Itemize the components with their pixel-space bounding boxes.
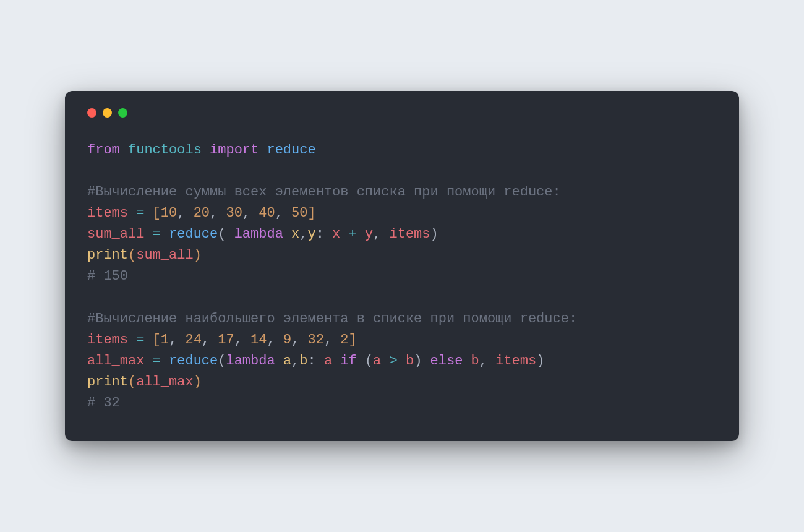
comma: , [202, 332, 210, 348]
comment-line: #Вычисление суммы всех элементов списка … [87, 184, 561, 200]
operator-eq: = [153, 226, 161, 242]
keyword-lambda: lambda [226, 353, 275, 369]
keyword-lambda: lambda [234, 226, 283, 242]
paren-close: ) [414, 353, 422, 369]
comma: , [291, 353, 299, 369]
paren-open: ( [128, 247, 136, 263]
paren-open: ( [218, 353, 226, 369]
variable: all_max [87, 353, 144, 369]
comma: , [324, 332, 332, 348]
window-titlebar [87, 108, 717, 118]
lambda-param: b [299, 353, 307, 369]
close-icon[interactable] [87, 108, 96, 118]
module-name: functools [128, 142, 202, 158]
comment-output: # 150 [87, 268, 128, 284]
variable: items [495, 353, 536, 369]
colon: : [316, 226, 324, 242]
comma: , [479, 353, 487, 369]
number: 1 [161, 332, 169, 348]
lambda-param: a [283, 353, 291, 369]
zoom-icon[interactable] [118, 108, 127, 118]
number: 40 [259, 205, 275, 221]
number: 9 [283, 332, 291, 348]
comma: , [299, 226, 307, 242]
code-window: from functools import reduce #Вычисление… [65, 91, 739, 441]
bracket-open: [ [153, 332, 161, 348]
number: 50 [291, 205, 307, 221]
comma: , [291, 332, 299, 348]
lambda-param: y [307, 226, 315, 242]
minimize-icon[interactable] [103, 108, 112, 118]
lambda-body-var: y [365, 226, 373, 242]
comment-line: #Вычисление наибольшего элемента в списк… [87, 311, 577, 327]
code-block: from functools import reduce #Вычисление… [87, 140, 717, 414]
lambda-body-var: x [332, 226, 340, 242]
comma: , [373, 226, 381, 242]
paren-close: ) [194, 374, 202, 390]
paren-close: ) [194, 247, 202, 263]
func-reduce: reduce [169, 226, 218, 242]
comment-output: # 32 [87, 395, 120, 411]
number: 32 [307, 332, 323, 348]
number: 30 [226, 205, 242, 221]
bracket-close: ] [307, 205, 315, 221]
operator-plus: + [349, 226, 357, 242]
keyword-from: from [87, 142, 120, 158]
builtin-print: print [87, 247, 128, 263]
comma: , [242, 205, 250, 221]
comma: , [169, 332, 177, 348]
comma: , [275, 205, 283, 221]
variable: items [390, 226, 430, 242]
lambda-body-var: b [471, 353, 479, 369]
colon: : [307, 353, 315, 369]
paren-open: ( [365, 353, 373, 369]
operator-gt: > [390, 353, 398, 369]
comma: , [210, 205, 218, 221]
keyword-if: if [340, 353, 356, 369]
builtin-print: print [87, 374, 128, 390]
comma: , [234, 332, 242, 348]
import-name: reduce [267, 142, 315, 158]
operator-eq: = [153, 353, 161, 369]
number: 24 [185, 332, 201, 348]
number: 14 [250, 332, 267, 348]
lambda-param: x [291, 226, 299, 242]
keyword-import: import [210, 142, 259, 158]
number: 2 [340, 332, 348, 348]
comma: , [267, 332, 275, 348]
operator-eq: = [136, 205, 144, 221]
paren-close: ) [430, 226, 438, 242]
lambda-body-var: a [324, 353, 332, 369]
paren-open: ( [218, 226, 226, 242]
variable: items [87, 332, 128, 348]
bracket-open: [ [153, 205, 161, 221]
number: 10 [161, 205, 177, 221]
comma: , [177, 205, 185, 221]
variable: sum_all [136, 247, 193, 263]
keyword-else: else [430, 353, 463, 369]
operator-eq: = [136, 332, 144, 348]
number: 17 [218, 332, 234, 348]
variable: sum_all [87, 226, 144, 242]
func-reduce: reduce [169, 353, 218, 369]
lambda-body-var: b [406, 353, 414, 369]
variable: items [87, 205, 128, 221]
paren-open: ( [128, 374, 136, 390]
number: 20 [194, 205, 210, 221]
lambda-body-var: a [373, 353, 381, 369]
bracket-close: ] [349, 332, 357, 348]
paren-close: ) [536, 353, 544, 369]
variable: all_max [136, 374, 193, 390]
